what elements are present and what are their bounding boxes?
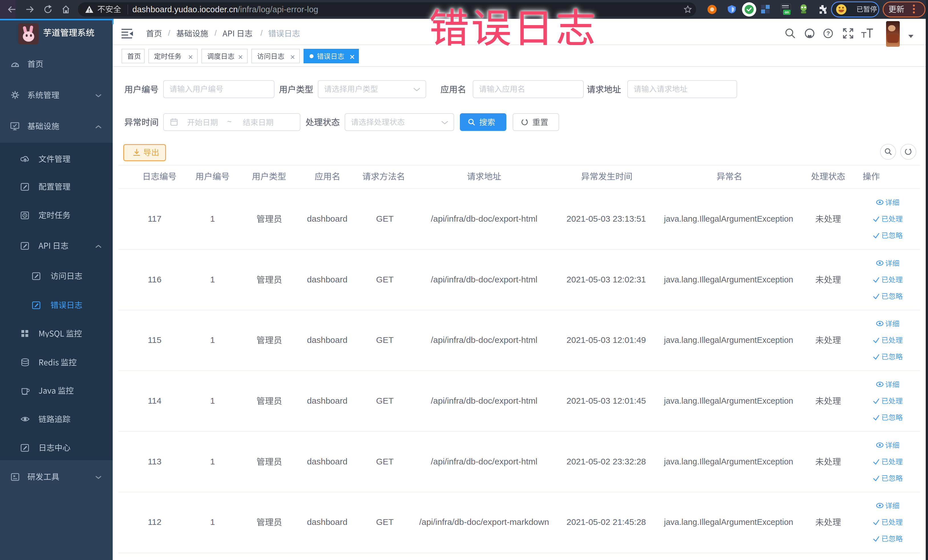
svg-text:?: ? (826, 30, 830, 37)
